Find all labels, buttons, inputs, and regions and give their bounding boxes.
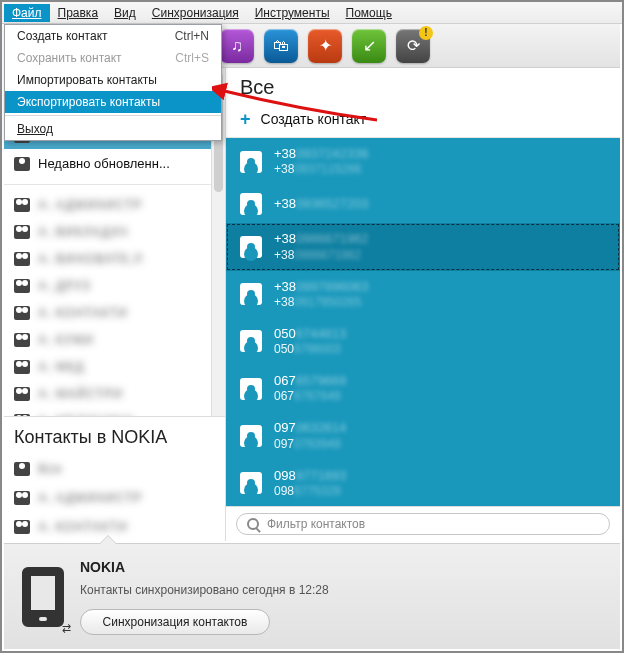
menu-tools[interactable]: Инструменты [247,4,338,22]
search-input[interactable]: Фильтр контактов [236,513,610,535]
group-icon [14,252,30,266]
sidebar-item[interactable]: А. МАЙСТРИ [4,380,225,407]
file-menu-dropdown: Создать контакт Ctrl+N Сохранить контакт… [4,24,222,141]
menu-help[interactable]: Помощь [338,4,400,22]
contact-numbers: 09897718930986775329 [274,468,346,499]
menu-view[interactable]: Вид [106,4,144,22]
usb-icon: ⇄ [62,622,71,635]
device-status-text: Контакты синхронизировано сегодня в 12:2… [80,583,329,597]
group-icon [14,491,30,505]
toolbar-music-icon[interactable]: ♫ [220,29,254,63]
sidebar-item[interactable]: А. КОНТАКТИ [4,299,225,326]
sidebar-item-label: А. КОНТАКТИ [38,519,127,534]
sidebar-item[interactable]: А. АДМИНИСТР [4,191,225,218]
person-icon [14,462,30,476]
menu-item-create-contact[interactable]: Создать контакт Ctrl+N [5,25,221,47]
group-icon [14,306,30,320]
group-icon [14,198,30,212]
contact-row[interactable]: +380997896063+380917950265 [226,271,620,318]
menu-item-exit[interactable]: Выход [5,118,221,140]
menu-item-label: Выход [17,122,53,136]
menu-item-shortcut: Ctrl+N [175,29,209,43]
sidebar-item[interactable]: А. МКД [4,353,225,380]
contact-row[interactable]: 05067448130506766003 [226,318,620,365]
sidebar-item-label: Недавно обновленн... [38,156,170,171]
sidebar-item-label: А. МКД [38,359,84,374]
menu-item-save-contact: Сохранить контакт Ctrl+S [5,47,221,69]
menu-item-shortcut: Ctrl+S [175,51,209,65]
avatar-icon [240,425,262,447]
group-icon [14,387,30,401]
contacts-list[interactable]: +380937242336+380937115286+380936527203+… [226,138,620,506]
contact-numbers: 05067448130506766003 [274,326,346,357]
contact-row[interactable]: +380936527203 [226,185,620,223]
sidebar-item-label: А. ВИНОВАТЕ.Л [38,251,143,266]
sidebar-item-label: А. ВИКЛАДАЧ [38,224,128,239]
menu-item-label: Сохранить контакт [17,51,122,65]
main-panel: Все + Создать контакт +380937242336+3809… [226,68,620,541]
sidebar-item[interactable]: А. КУМИ [4,326,225,353]
phone-icon [22,567,64,627]
contact-row[interactable]: 06765796690676767649 [226,365,620,412]
sidebar-device-group[interactable]: А. АДМИНИСТР [4,483,225,512]
menubar: Файл Правка Вид Синхронизация Инструмент… [2,2,622,24]
contact-row[interactable]: +380986671962+380986671962 [226,223,620,270]
device-status-bar: ⇄ NOKIA Контакты синхронизировано сегодн… [4,543,620,649]
menu-file[interactable]: Файл [4,4,50,22]
search-placeholder: Фильтр контактов [267,517,365,531]
toolbar-update-icon[interactable]: ⟳ [396,29,430,63]
toolbar-game-icon[interactable]: ↙ [352,29,386,63]
contact-numbers: 06765796690676767649 [274,373,346,404]
toolbar: ♫ 🛍 ✦ ↙ ⟳ [172,24,620,68]
plus-icon: + [240,112,251,126]
avatar-icon [240,283,262,305]
avatar-icon [240,330,262,352]
sidebar-section-title: Контакты в NOKIA [4,416,225,454]
sidebar-item[interactable]: А. ДРУЗ [4,272,225,299]
avatar-icon [240,151,262,173]
contact-numbers: +380937242336+380937115286 [274,146,368,177]
menu-edit[interactable]: Правка [50,4,107,22]
contact-numbers: +380986671962+380986671962 [274,231,368,262]
page-title: Все [226,68,620,103]
sidebar-item-label: А. КОНТАКТИ [38,305,127,320]
group-icon [14,225,30,239]
clock-icon [14,157,30,171]
contact-row[interactable]: 09897718930986775329 [226,460,620,507]
menu-item-export-contacts[interactable]: Экспортировать контакты [5,91,221,113]
contact-numbers: 09706326140970763949 [274,420,346,451]
create-contact-label: Создать контакт [261,111,367,127]
sidebar-item[interactable]: А. ВИКЛАДАЧ [4,218,225,245]
group-icon [14,279,30,293]
menu-item-label: Создать контакт [17,29,108,43]
create-contact-button[interactable]: + Создать контакт [226,103,620,138]
menu-separator [5,115,221,116]
contact-row[interactable]: +380937242336+380937115286 [226,138,620,185]
menu-item-import-contacts[interactable]: Импортировать контакты [5,69,221,91]
contact-numbers: +380936527203 [274,196,368,212]
sidebar-item[interactable]: А. ВИНОВАТЕ.Л [4,245,225,272]
search-bar: Фильтр контактов [226,506,620,541]
contact-numbers: +380997896063+380917950265 [274,279,368,310]
sidebar-item-label: Все [38,461,62,476]
avatar-icon [240,193,262,215]
group-icon [14,360,30,374]
toolbar-store-icon[interactable]: 🛍 [264,29,298,63]
group-icon [14,520,30,534]
contact-row[interactable]: 09706326140970763949 [226,412,620,459]
toolbar-maps-icon[interactable]: ✦ [308,29,342,63]
device-name: NOKIA [80,559,329,575]
avatar-icon [240,472,262,494]
sidebar-device-group[interactable]: Все [4,454,225,483]
menu-item-label: Экспортировать контакты [17,95,160,109]
group-icon [14,333,30,347]
menu-sync[interactable]: Синхронизация [144,4,247,22]
sidebar-item-label: А. КУМИ [38,332,94,347]
separator [4,184,225,185]
sidebar-group-recent[interactable]: Недавно обновленн... [4,149,225,178]
menu-item-label: Импортировать контакты [17,73,157,87]
sidebar-item-label: А. ДРУЗ [38,278,90,293]
sync-contacts-button[interactable]: Синхронизация контактов [80,609,270,635]
avatar-icon [240,378,262,400]
search-icon [247,518,259,530]
